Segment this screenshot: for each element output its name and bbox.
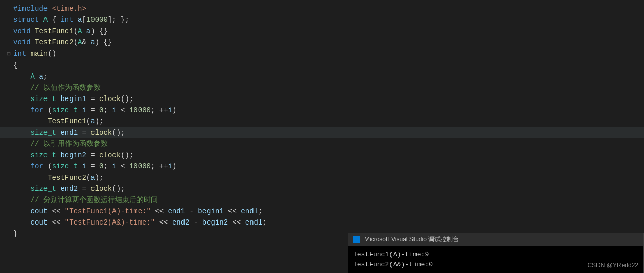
token-kw: int [13, 49, 26, 58]
collapse-btn[interactable]: ⊟ [4, 48, 13, 60]
token-var: endl [245, 218, 263, 227]
token-var: a [90, 117, 95, 126]
token-plain [48, 5, 52, 13]
token-plain: ; [104, 106, 112, 114]
token-plain: ; ++ [151, 106, 168, 114]
token-fn: clock [90, 129, 112, 137]
token-var: begin1 [198, 207, 223, 215]
token-plain [13, 218, 31, 227]
token-fn: clock [90, 185, 112, 193]
token-plain [13, 196, 31, 204]
token-num: 0 [99, 162, 103, 170]
token-plain [13, 84, 31, 92]
token-plain: << [48, 218, 65, 227]
token-plain: { [48, 16, 60, 24]
code-line: cout << "TestFunc1(A)-time:" << end1 - b… [0, 206, 644, 217]
token-plain: ; [43, 72, 48, 81]
token-fn: TestFunc2 [48, 173, 86, 182]
terminal-title: Microsoft Visual Studio 调试控制台 [364, 235, 459, 244]
terminal-icon [353, 236, 360, 243]
token-plain: (); [112, 185, 125, 193]
code-content: for (size_t i = 0; i < 10000; ++i) [13, 105, 640, 116]
code-line: size_t begin2 = clock(); [0, 150, 644, 161]
code-line: TestFunc1(a); [0, 116, 644, 127]
code-line: { [0, 60, 644, 71]
token-fn: TestFunc1 [35, 27, 74, 35]
token-fn: clock [99, 151, 121, 159]
code-line: for (size_t i = 0; i < 10000; ++i) [0, 105, 644, 116]
token-cmt: // 以值作为函数参数 [31, 84, 101, 92]
code-content: // 以值作为函数参数 [13, 82, 640, 93]
token-str: "TestFunc1(A)-time:" [65, 207, 151, 215]
code-content: size_t end1 = clock(); [13, 127, 640, 138]
token-plain: ]; }; [108, 16, 129, 24]
code-content: A a; [13, 71, 640, 82]
token-kw: #include [13, 5, 48, 13]
token-plain: ; [104, 162, 112, 170]
token-type: size_t [52, 106, 78, 114]
code-content: cout << "TestFunc2(A&)-time:" << end2 - … [13, 217, 640, 228]
code-content: TestFunc2(a); [13, 172, 640, 183]
token-var: a [90, 173, 95, 182]
token-plain: ( [43, 162, 52, 170]
token-kw: void [13, 27, 31, 35]
token-struct-name: A [43, 16, 48, 24]
token-plain: ) {} [95, 38, 112, 46]
token-plain [13, 151, 31, 159]
token-var: end2 [60, 185, 78, 193]
token-var: begin2 [60, 151, 86, 159]
token-cmt: // 分别计算两个函数运行结束后的时间 [31, 196, 158, 204]
code-content: for (size_t i = 0; i < 10000; ++i) [13, 161, 640, 172]
token-var: cout [31, 218, 48, 227]
code-container: #include <time.h>struct A { int a[10000]… [0, 3, 644, 239]
token-plain: & [82, 38, 90, 46]
token-plain: ) [172, 162, 176, 170]
token-plain: << [224, 207, 241, 215]
code-line: size_t end2 = clock(); [0, 183, 644, 194]
terminal-panel: Microsoft Visual Studio 调试控制台 TestFunc1(… [348, 233, 644, 273]
token-plain [13, 117, 48, 126]
token-plain: << [48, 207, 65, 215]
token-plain [13, 72, 31, 81]
token-plain: ( [74, 27, 78, 35]
token-plain: ); [95, 173, 104, 182]
token-type: size_t [31, 95, 56, 103]
token-plain: ; [258, 207, 262, 215]
code-content: int main() [13, 48, 640, 59]
token-plain [31, 38, 35, 46]
token-plain [13, 185, 31, 193]
token-var: i [168, 162, 172, 170]
token-plain: < [117, 162, 129, 170]
token-plain [74, 16, 78, 24]
token-plain: ( [74, 38, 78, 46]
token-var: begin2 [202, 218, 228, 227]
token-struct-name: A [31, 72, 35, 81]
token-fn: TestFunc1 [48, 117, 86, 126]
token-var: end2 [172, 218, 190, 227]
token-num: 10000 [86, 16, 108, 24]
token-plain: (); [121, 95, 133, 103]
token-plain: ); [95, 117, 104, 126]
code-line: void TestFunc2(A& a) {} [0, 37, 644, 48]
token-num: 0 [99, 106, 103, 114]
token-type: size_t [31, 185, 56, 193]
token-plain: = [86, 95, 99, 103]
token-plain: - [189, 218, 202, 227]
editor-area: #include <time.h>struct A { int a[10000]… [0, 0, 644, 273]
token-type: size_t [31, 151, 56, 159]
token-plain [13, 95, 31, 103]
code-line: size_t begin1 = clock(); [0, 93, 644, 105]
token-plain: (); [121, 151, 133, 159]
token-plain: ) {} [90, 27, 108, 35]
token-plain: ( [86, 173, 90, 182]
token-num: 10000 [129, 162, 151, 170]
token-fn: TestFunc2 [35, 38, 74, 46]
token-plain: { [13, 61, 17, 69]
token-var: i [82, 106, 86, 114]
token-fn: clock [99, 95, 121, 103]
code-content: { [13, 60, 640, 71]
token-kw: for [31, 162, 43, 170]
token-plain: ; ++ [151, 162, 168, 170]
code-content: size_t end2 = clock(); [13, 183, 640, 194]
code-line: size_t end1 = clock(); [0, 127, 644, 138]
